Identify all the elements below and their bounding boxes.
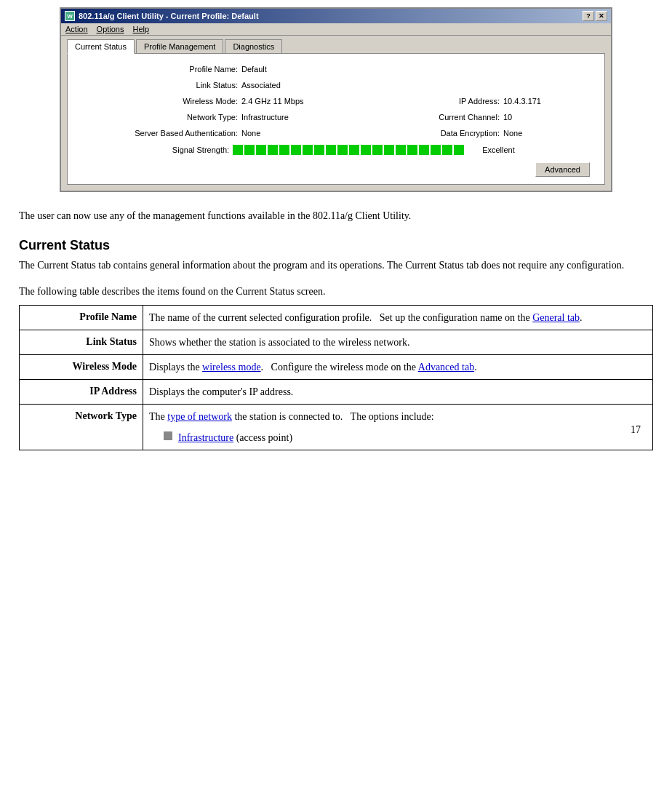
signal-bar-13	[372, 145, 383, 155]
signal-quality: Excellent	[482, 146, 540, 154]
row-content-profile-name: The name of the current selected configu…	[143, 306, 653, 330]
status-row-link: Link Status: Associated	[75, 81, 597, 89]
table-row: Network Type The type of network the sta…	[20, 405, 653, 450]
title-bar-left: W 802.11a/g Client Utility - Current Pro…	[65, 11, 259, 21]
advanced-button[interactable]: Advanced	[535, 162, 590, 177]
status-row-network: Network Type: Infrastructure Current Cha…	[75, 113, 597, 122]
wireless-mode-link[interactable]: wireless mode	[202, 362, 260, 373]
signal-row: Signal Strength:	[75, 145, 597, 155]
window-title: 802.11a/g Client Utility - Current Profi…	[79, 12, 259, 20]
menu-bar: Action Options Help	[61, 23, 611, 36]
type-of-network-link[interactable]: type of network	[167, 411, 232, 422]
table-intro: The following table describes the items …	[19, 286, 653, 298]
data-encryption-value: None	[503, 129, 591, 138]
row-content-network-type: The type of network the station is conne…	[143, 405, 653, 450]
table-row: Wireless Mode Displays the wireless mode…	[20, 355, 653, 380]
row-label-link-status: Link Status	[20, 330, 143, 355]
signal-bar-16	[407, 145, 417, 155]
window-wrapper: W 802.11a/g Client Utility - Current Pro…	[13, 7, 659, 192]
signal-bar-4	[268, 145, 278, 155]
current-channel-value: 10	[503, 113, 591, 122]
status-row-profile: Profile Name: Default	[75, 65, 597, 73]
row-content-link-status: Shows whether the station is associated …	[143, 330, 653, 355]
advanced-btn-row: Advanced	[75, 162, 597, 177]
signal-bar-10	[337, 145, 348, 155]
help-button[interactable]: ?	[583, 11, 594, 21]
advanced-tab-link[interactable]: Advanced tab	[418, 362, 474, 373]
server-auth-value: None	[241, 129, 387, 138]
network-type-value: Infrastructure	[241, 113, 387, 122]
signal-bar-11	[349, 145, 359, 155]
doc-content: The user can now use any of the manageme…	[13, 208, 659, 450]
link-status-label: Link Status:	[81, 81, 241, 89]
row-label-ip-address: IP Address	[20, 380, 143, 405]
signal-bar-15	[396, 145, 406, 155]
tab-profile-management[interactable]: Profile Management	[136, 39, 223, 53]
signal-bar-20	[454, 145, 464, 155]
signal-bar-1	[233, 145, 243, 155]
bullet-icon	[164, 431, 172, 440]
status-row-auth: Server Based Authentication: None Data E…	[75, 129, 597, 138]
profile-name-label: Profile Name:	[81, 65, 241, 73]
link-status-value: Associated	[241, 81, 387, 89]
title-bar-buttons: ? ✕	[583, 11, 607, 21]
signal-bar-8	[314, 145, 324, 155]
app-window: W 802.11a/g Client Utility - Current Pro…	[60, 7, 612, 192]
section-heading: Current Status	[19, 238, 653, 253]
row-label-profile-name: Profile Name	[20, 306, 143, 330]
profile-name-value: Default	[241, 65, 387, 73]
page-number: 17	[631, 424, 641, 436]
title-bar: W 802.11a/g Client Utility - Current Pro…	[61, 9, 611, 23]
signal-bar-18	[431, 145, 441, 155]
signal-bar-3	[256, 145, 266, 155]
menu-action[interactable]: Action	[65, 25, 88, 33]
table-row: Profile Name The name of the current sel…	[20, 306, 653, 330]
row-label-network-type: Network Type	[20, 405, 143, 450]
general-tab-link[interactable]: General tab	[532, 312, 580, 323]
menu-help[interactable]: Help	[133, 25, 150, 33]
tab-diagnostics[interactable]: Diagnostics	[225, 39, 282, 53]
signal-bar-9	[326, 145, 336, 155]
data-encryption-label: Data Encryption:	[387, 129, 503, 138]
signal-strength-label: Signal Strength:	[75, 146, 233, 154]
signal-bar-19	[442, 145, 452, 155]
signal-bar-14	[384, 145, 394, 155]
network-type-label: Network Type:	[81, 113, 241, 122]
row-content-wireless-mode: Displays the wireless mode. Configure th…	[143, 355, 653, 380]
signal-bar-container	[233, 145, 464, 155]
signal-bar-17	[419, 145, 429, 155]
tab-current-status[interactable]: Current Status	[67, 39, 135, 54]
row-content-ip-address: Displays the computer's IP address.	[143, 380, 653, 405]
tabs-area: Current Status Profile Management Diagno…	[61, 36, 611, 53]
infrastructure-link-wrapper: Infrastructure (access point)	[178, 430, 292, 445]
current-channel-label: Current Channel:	[387, 113, 503, 122]
menu-options[interactable]: Options	[97, 25, 124, 33]
server-auth-label: Server Based Authentication:	[81, 129, 241, 138]
signal-bar-7	[303, 145, 313, 155]
infrastructure-link[interactable]: Infrastructure	[178, 432, 233, 443]
table-row: Link Status Shows whether the station is…	[20, 330, 653, 355]
bullet-item-infrastructure: Infrastructure (access point)	[164, 430, 647, 445]
ip-address-label: IP Address:	[387, 97, 503, 106]
status-row-wireless: Wireless Mode: 2.4 GHz 11 Mbps IP Addres…	[75, 97, 597, 106]
section-description: The Current Status tab contains general …	[19, 258, 653, 273]
signal-bar-2	[244, 145, 255, 155]
app-icon: W	[65, 11, 75, 21]
signal-bar-6	[291, 145, 301, 155]
intro-paragraph: The user can now use any of the manageme…	[19, 208, 653, 223]
content-panel: Profile Name: Default Link Status: Assoc…	[67, 53, 605, 185]
signal-bar-5	[279, 145, 289, 155]
info-table: Profile Name The name of the current sel…	[19, 305, 653, 450]
close-button[interactable]: ✕	[596, 11, 607, 21]
document-body: The user can now use any of the manageme…	[13, 208, 659, 450]
wireless-mode-value: 2.4 GHz 11 Mbps	[241, 97, 387, 106]
signal-bar-12	[361, 145, 371, 155]
row-label-wireless-mode: Wireless Mode	[20, 355, 143, 380]
wireless-mode-label: Wireless Mode:	[81, 97, 241, 106]
ip-address-value: 10.4.3.171	[503, 97, 591, 106]
table-row: IP Address Displays the computer's IP ad…	[20, 380, 653, 405]
